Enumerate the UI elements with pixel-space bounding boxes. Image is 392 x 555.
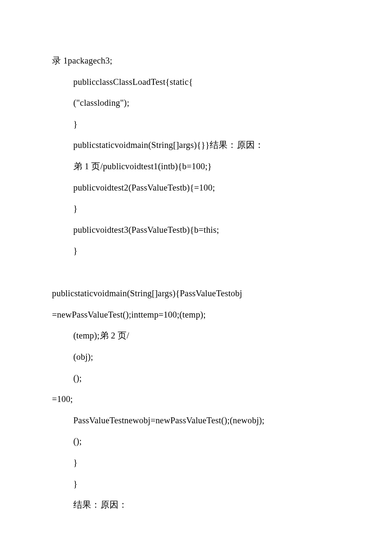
code-line: }: [52, 114, 340, 135]
code-line: ();: [52, 368, 340, 389]
code-line: 录 1packagech3;: [52, 50, 340, 72]
code-line: publicclassClassLoadTest{static{: [52, 72, 340, 93]
code-line: 结果：原因：: [52, 494, 340, 516]
code-line: }: [52, 240, 340, 262]
code-line: ("classloding");: [52, 92, 340, 114]
code-line: (temp);弟 2 页/: [52, 325, 340, 347]
code-line: publicstaticvoidmain(String[]args){PassV…: [52, 283, 340, 304]
code-line: =100;: [52, 389, 340, 410]
code-line: }: [52, 198, 340, 220]
code-line: publicvoidtest2(PassValueTestb){=100;: [52, 177, 340, 199]
code-line: (obj);: [52, 347, 340, 368]
code-line: publicvoidtest3(PassValueTestb){b=this;: [52, 220, 340, 241]
code-line: PassValueTestnewobj=newPassValueTest();(…: [52, 410, 340, 431]
document-page: 录 1packagech3; publicclassClassLoadTest{…: [0, 0, 392, 541]
blank-line: [52, 262, 340, 283]
code-line: }: [52, 474, 340, 495]
code-line: =newPassValueTest();inttemp=100;(temp);: [52, 304, 340, 326]
code-line: 弟 1 页/publicvoidtest1(intb){b=100;}: [52, 156, 340, 177]
code-line: ();: [52, 431, 340, 452]
code-line: }: [52, 452, 340, 474]
code-line: publicstaticvoidmain(String[]args){}}结果：…: [52, 135, 340, 156]
